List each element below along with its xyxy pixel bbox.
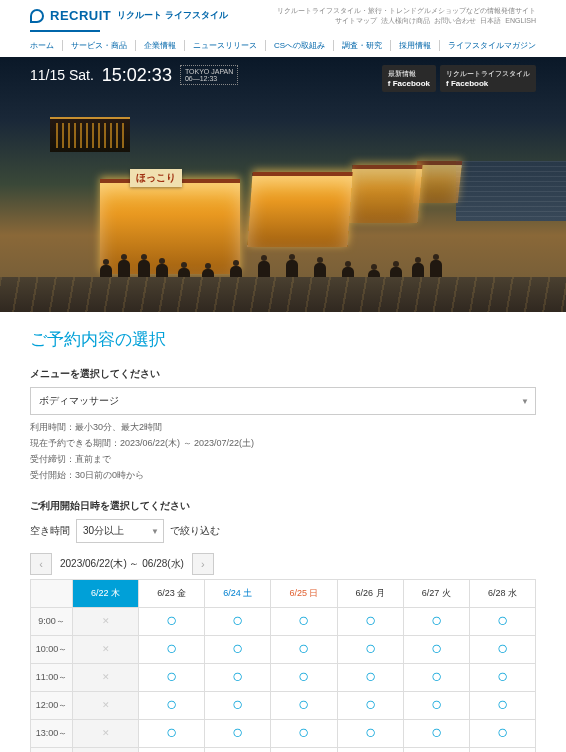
slot-available[interactable]: 〇 <box>403 635 469 663</box>
hero-image: 11/15 Sat. 15:02:33 TOKYO JAPAN06—12:33 … <box>0 57 566 312</box>
time-label: 12:00～ <box>31 691 73 719</box>
slot-available[interactable]: 〇 <box>469 635 535 663</box>
facebook-badge-1[interactable]: 最新情報f Facebook <box>382 65 436 92</box>
hero-clock: 11/15 Sat. 15:02:33 TOKYO JAPAN06—12:33 <box>30 65 238 86</box>
slot-available[interactable]: 〇 <box>403 719 469 747</box>
time-label: 11:00～ <box>31 663 73 691</box>
utility-link[interactable]: 法人様向け商品 <box>381 17 430 24</box>
slot-available[interactable]: 〇 <box>403 607 469 635</box>
slot-unavailable: ✕ <box>73 719 139 747</box>
slot-available[interactable]: 〇 <box>469 719 535 747</box>
slot-available[interactable]: 〇 <box>205 663 271 691</box>
slot-available[interactable]: 〇 <box>139 635 205 663</box>
hero-date: 11/15 Sat. <box>30 67 94 83</box>
nav-item[interactable]: CSへの取組み <box>266 40 334 51</box>
datetime-label: ご利用開始日時を選択してください <box>30 499 536 513</box>
day-header[interactable]: 6/28 水 <box>469 579 535 607</box>
main-nav: ホームサービス・商品企業情報ニュースリリースCSへの取組み調査・研究採用情報ライ… <box>0 32 566 57</box>
slot-available[interactable]: 〇 <box>337 719 403 747</box>
slot-available[interactable]: 〇 <box>337 607 403 635</box>
time-label: 14:00～ <box>31 747 73 752</box>
slot-available[interactable]: 〇 <box>205 747 271 752</box>
slot-available[interactable]: 〇 <box>271 607 337 635</box>
slot-available[interactable]: 〇 <box>139 663 205 691</box>
slot-available[interactable]: 〇 <box>205 719 271 747</box>
day-header[interactable]: 6/23 金 <box>139 579 205 607</box>
chevron-down-icon: ▼ <box>151 526 159 535</box>
prev-week-button[interactable]: ‹ <box>30 553 52 575</box>
duration-select[interactable]: 30分以上 ▼ <box>76 519 164 543</box>
top-bar: RECRUIT リクルート ライフスタイル リクルートライフスタイル・旅行・トレ… <box>0 0 566 30</box>
recruit-logo-icon <box>30 9 44 23</box>
time-label: 10:00～ <box>31 635 73 663</box>
menu-select[interactable]: ボディマッサージ ▼ <box>30 387 536 415</box>
time-filter: 空き時間 30分以上 ▼ で絞り込む <box>30 519 536 543</box>
facebook-badges: 最新情報f Facebook リクルートライフスタイルf Facebook <box>382 65 536 92</box>
slot-available[interactable]: 〇 <box>469 691 535 719</box>
logo-subtitle: リクルート ライフスタイル <box>117 9 228 22</box>
next-week-button[interactable]: › <box>192 553 214 575</box>
slot-unavailable: ✕ <box>73 663 139 691</box>
utility-link[interactable]: ENGLISH <box>505 17 536 24</box>
menu-select-value: ボディマッサージ <box>39 395 119 406</box>
time-label: 9:00～ <box>31 607 73 635</box>
slot-available[interactable]: 〇 <box>403 691 469 719</box>
logo[interactable]: RECRUIT リクルート ライフスタイル <box>30 8 228 23</box>
slot-available[interactable]: 〇 <box>469 747 535 752</box>
nav-item[interactable]: ライフスタイルマガジン <box>440 40 544 51</box>
slot-available[interactable]: 〇 <box>139 747 205 752</box>
day-header[interactable]: 6/25 日 <box>271 579 337 607</box>
utility-link[interactable]: サイトマップ <box>335 17 377 24</box>
nav-item[interactable]: 採用情報 <box>391 40 440 51</box>
nav-item[interactable]: サービス・商品 <box>63 40 136 51</box>
hero-time: 15:02:33 <box>102 65 172 86</box>
nav-item[interactable]: ニュースリリース <box>185 40 266 51</box>
slot-unavailable: ✕ <box>73 691 139 719</box>
slot-unavailable: ✕ <box>73 607 139 635</box>
info-line: 受付締切：直前まで <box>30 453 536 466</box>
slot-available[interactable]: 〇 <box>139 607 205 635</box>
slot-available[interactable]: 〇 <box>337 635 403 663</box>
slot-available[interactable]: 〇 <box>337 691 403 719</box>
day-header[interactable]: 6/24 土 <box>205 579 271 607</box>
slot-available[interactable]: 〇 <box>469 663 535 691</box>
slot-available[interactable]: 〇 <box>337 663 403 691</box>
slot-available[interactable]: 〇 <box>337 747 403 752</box>
filter-label: 空き時間 <box>30 524 70 538</box>
day-header[interactable]: 6/27 火 <box>403 579 469 607</box>
facebook-badge-2[interactable]: リクルートライフスタイルf Facebook <box>440 65 536 92</box>
info-line: 受付開始：30日前の0時から <box>30 469 536 482</box>
slot-available[interactable]: 〇 <box>205 635 271 663</box>
booking-content: ご予約内容の選択 メニューを選択してください ボディマッサージ ▼ 利用時間：最… <box>0 312 566 752</box>
slot-unavailable: ✕ <box>73 747 139 752</box>
filter-suffix: で絞り込む <box>170 524 220 538</box>
slot-available[interactable]: 〇 <box>403 747 469 752</box>
date-range: 2023/06/22(木) ～ 06/28(水) <box>56 557 188 571</box>
slot-available[interactable]: 〇 <box>271 691 337 719</box>
utility-links: リクルートライフスタイル・旅行・トレンドグルメショップなどの情報発信サイト サイ… <box>277 6 536 26</box>
info-line: 利用時間：最小30分、最大2時間 <box>30 421 536 434</box>
hero-location: TOKYO JAPAN06—12:33 <box>180 65 238 85</box>
nav-item[interactable]: 企業情報 <box>136 40 185 51</box>
time-label: 13:00～ <box>31 719 73 747</box>
slot-available[interactable]: 〇 <box>271 719 337 747</box>
slot-available[interactable]: 〇 <box>139 691 205 719</box>
day-header[interactable]: 6/22 木 <box>73 579 139 607</box>
menu-select-label: メニューを選択してください <box>30 367 536 381</box>
utility-link[interactable]: お問い合わせ <box>434 17 476 24</box>
slot-available[interactable]: 〇 <box>469 607 535 635</box>
tagline: リクルートライフスタイル・旅行・トレンドグルメショップなどの情報発信サイト <box>277 6 536 16</box>
slot-available[interactable]: 〇 <box>139 719 205 747</box>
slot-available[interactable]: 〇 <box>271 663 337 691</box>
slot-available[interactable]: 〇 <box>271 747 337 752</box>
hero-scene: ほっこり <box>0 117 566 312</box>
slot-unavailable: ✕ <box>73 635 139 663</box>
slot-available[interactable]: 〇 <box>403 663 469 691</box>
utility-link[interactable]: 日本語 <box>480 17 501 24</box>
slot-available[interactable]: 〇 <box>271 635 337 663</box>
nav-item[interactable]: ホーム <box>22 40 63 51</box>
slot-available[interactable]: 〇 <box>205 607 271 635</box>
day-header[interactable]: 6/26 月 <box>337 579 403 607</box>
nav-item[interactable]: 調査・研究 <box>334 40 391 51</box>
slot-available[interactable]: 〇 <box>205 691 271 719</box>
